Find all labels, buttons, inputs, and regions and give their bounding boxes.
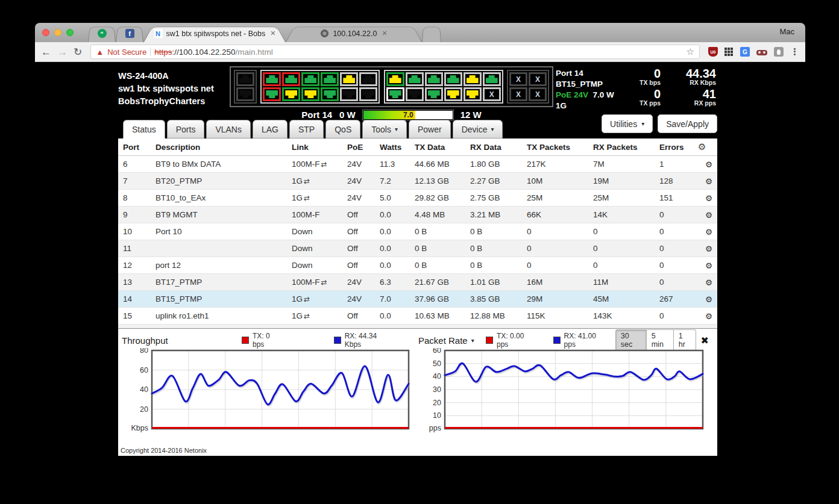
port-cell[interactable] bbox=[321, 72, 339, 86]
tab-device[interactable]: Device▾ bbox=[453, 120, 503, 138]
port-cell[interactable] bbox=[444, 87, 462, 101]
port-cell[interactable] bbox=[386, 72, 404, 86]
row-settings-gear-icon[interactable]: ⚙ bbox=[693, 308, 717, 325]
port-row-12[interactable]: 12port 12DownOff0.00 B0 B000⚙ bbox=[118, 257, 717, 274]
port-cell[interactable]: X bbox=[483, 87, 501, 101]
port-cell[interactable] bbox=[359, 87, 377, 101]
chrome-menu-icon[interactable]: ⋮ bbox=[790, 46, 799, 57]
security-warning-icon[interactable]: ▲ bbox=[96, 48, 104, 56]
close-window-button[interactable] bbox=[42, 29, 49, 36]
column-header-tx-data: TX Data bbox=[410, 138, 465, 156]
cell-description: Port 10 bbox=[151, 223, 287, 240]
lightbulb-extension-icon[interactable] bbox=[774, 47, 784, 57]
row-settings-gear-icon[interactable]: ⚙ bbox=[693, 274, 717, 291]
rx-swatch bbox=[334, 337, 341, 344]
row-settings-gear-icon[interactable]: ⚙ bbox=[693, 291, 717, 308]
bookmark-star-icon[interactable]: ☆ bbox=[687, 46, 694, 57]
address-bar[interactable]: ▲ Not Secure https://100.104.22.250/main… bbox=[90, 45, 700, 59]
mask-extension-icon[interactable] bbox=[756, 50, 767, 55]
not-secure-label[interactable]: Not Secure bbox=[107, 48, 146, 57]
row-settings-gear-icon[interactable]: ⚙ bbox=[693, 207, 717, 223]
row-settings-gear-icon[interactable]: ⚙ bbox=[693, 156, 717, 173]
row-settings-gear-icon[interactable]: ⚙ bbox=[693, 223, 717, 240]
port-cell[interactable] bbox=[321, 87, 339, 101]
port-cell[interactable] bbox=[463, 72, 482, 86]
port-row-6[interactable]: 6BT9 to BMx DATA100M-F⇄24V11.344.66 MB1.… bbox=[118, 156, 717, 173]
port-cell[interactable] bbox=[359, 72, 377, 86]
utilities-button[interactable]: Utilities ▾ bbox=[602, 114, 653, 133]
tab-status[interactable]: Status bbox=[123, 120, 165, 138]
svg-text:40: 40 bbox=[433, 372, 441, 381]
ublock-extension-icon[interactable]: U0 bbox=[708, 47, 718, 57]
tab-stp[interactable]: STP bbox=[289, 120, 324, 138]
port-cell[interactable] bbox=[263, 87, 281, 101]
port-cell[interactable]: X bbox=[529, 87, 547, 101]
cell-watts: 0.0 bbox=[375, 257, 410, 274]
tab-second[interactable]: 100.104.22.0 ✕ bbox=[286, 25, 422, 42]
port-cell[interactable] bbox=[406, 72, 424, 86]
port-row-13[interactable]: 13BT17_PTMP100M-F⇄24V6.321.67 GB1.01 GB1… bbox=[118, 274, 717, 291]
port-cell[interactable] bbox=[340, 72, 358, 86]
tab-netonix[interactable]: N sw1 btx spitwspots net - Bobs ✕ bbox=[143, 25, 286, 42]
tab-ports[interactable]: Ports bbox=[167, 120, 205, 138]
save-apply-button[interactable]: Save/Apply bbox=[658, 114, 717, 133]
tab-qos[interactable]: QoS bbox=[325, 120, 360, 138]
apps-grid-icon[interactable] bbox=[724, 48, 734, 57]
port-row-14[interactable]: 14BT15_PTMP1G⇄24V7.037.96 GB3.85 GB29M45… bbox=[118, 291, 717, 308]
port-row-9[interactable]: 9BT9 MGMT100M-FOff0.04.48 MB3.21 MB66K14… bbox=[118, 207, 717, 223]
chart-header: Packet Rate▾ TX: 0.00 pps RX: 41.00 pps … bbox=[418, 332, 709, 348]
port-cell[interactable] bbox=[301, 87, 319, 101]
port-cell[interactable]: X bbox=[509, 87, 527, 101]
tab-tools[interactable]: Tools▾ bbox=[362, 120, 407, 138]
row-settings-gear-icon[interactable]: ⚙ bbox=[693, 173, 717, 190]
port-row-8[interactable]: 8BT10_to_EAx1G⇄24V5.029.82 GB2.75 GB25M2… bbox=[118, 190, 717, 207]
port-cell[interactable] bbox=[263, 72, 281, 86]
zoom-window-button[interactable] bbox=[66, 29, 74, 36]
port-cell[interactable] bbox=[340, 87, 358, 101]
row-settings-gear-icon[interactable]: ⚙ bbox=[693, 190, 717, 207]
port-cell[interactable]: X bbox=[509, 72, 527, 86]
port-cell[interactable] bbox=[301, 72, 319, 86]
port-cell[interactable] bbox=[425, 72, 443, 86]
row-settings-gear-icon[interactable]: ⚙ bbox=[693, 257, 717, 274]
cell-tx-data: 29.82 GB bbox=[410, 190, 465, 207]
port-cell[interactable]: X bbox=[529, 72, 547, 86]
port-cell[interactable] bbox=[282, 87, 300, 101]
port-cell[interactable] bbox=[425, 87, 443, 101]
minimize-window-button[interactable] bbox=[54, 29, 61, 36]
pinned-tab-hangouts[interactable]: ❝ bbox=[88, 25, 116, 42]
tab-vlans[interactable]: VLANs bbox=[206, 120, 251, 138]
tab-power[interactable]: Power bbox=[409, 120, 451, 138]
port-row-11[interactable]: 11DownOff0.00 B0 B000⚙ bbox=[118, 240, 717, 257]
reload-icon[interactable]: ↻ bbox=[74, 47, 82, 57]
cell-rx-packets: 19M bbox=[588, 173, 655, 190]
port-cell[interactable] bbox=[406, 87, 424, 101]
new-tab-button[interactable] bbox=[422, 25, 441, 42]
port-cell[interactable] bbox=[483, 72, 501, 86]
translate-extension-icon[interactable]: G bbox=[740, 47, 750, 57]
port-cell[interactable] bbox=[444, 72, 462, 86]
cell-errors: 0 bbox=[655, 257, 693, 274]
tab-close-icon[interactable]: ✕ bbox=[380, 30, 387, 37]
tab-close-icon[interactable]: ✕ bbox=[269, 30, 275, 37]
port-cell[interactable] bbox=[282, 72, 300, 86]
tab-lag[interactable]: LAG bbox=[253, 120, 288, 138]
chart-title-dropdown[interactable]: Packet Rate▾ bbox=[418, 335, 486, 346]
row-settings-gear-icon[interactable]: ⚙ bbox=[693, 240, 717, 257]
port-cell[interactable] bbox=[236, 72, 254, 86]
port-cell[interactable] bbox=[386, 87, 404, 101]
pinned-tab-facebook[interactable]: f bbox=[116, 25, 143, 42]
port-row-15[interactable]: 15uplink ro1.eth11G⇄Off0.010.63 MB12.88 … bbox=[118, 308, 717, 325]
cell-errors: 128 bbox=[655, 173, 693, 190]
back-icon[interactable]: ← bbox=[41, 47, 51, 57]
cell-rx-packets: 14K bbox=[588, 207, 655, 223]
column-header-settings-gear-icon[interactable]: ⚙ bbox=[693, 138, 717, 156]
port-cell[interactable] bbox=[236, 87, 254, 101]
forward-icon[interactable]: → bbox=[57, 47, 68, 57]
port-cell[interactable] bbox=[463, 87, 482, 101]
cell-tx-packets: 29M bbox=[522, 291, 588, 308]
port-row-10[interactable]: 10Port 10DownOff0.00 B0 B000⚙ bbox=[118, 223, 717, 240]
tab-title: sw1 btx spitwspots net - Bobs bbox=[166, 30, 266, 38]
port-row-7[interactable]: 7BT20_PTMP1G⇄24V7.212.13 GB2.27 GB10M19M… bbox=[118, 173, 717, 190]
close-charts-icon[interactable]: ✖ bbox=[701, 335, 709, 346]
